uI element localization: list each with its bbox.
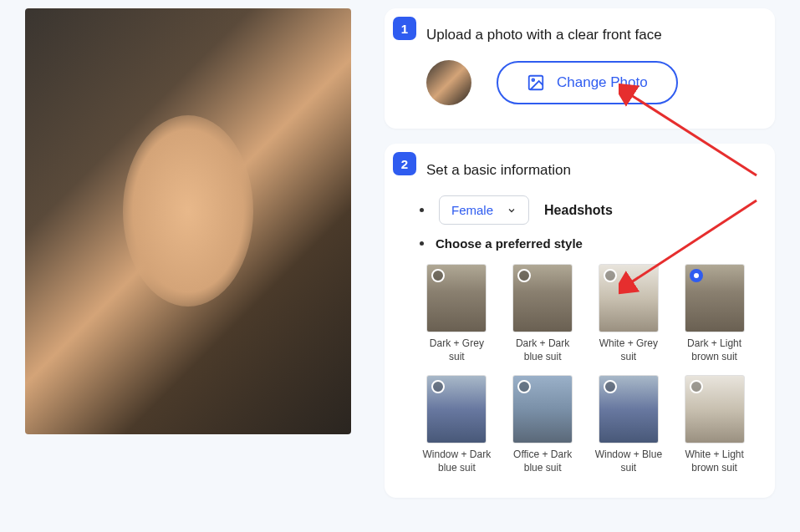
style-option-4[interactable]: Window + Dark blue suit (420, 375, 494, 474)
style-option-0[interactable]: Dark + Grey suit (420, 264, 494, 363)
style-prompt-label: Choose a preferred style (436, 236, 583, 251)
bullet-icon (420, 241, 424, 246)
image-icon (527, 73, 545, 92)
radio-indicator (690, 380, 703, 393)
style-caption: Dark + Light brown suit (679, 337, 750, 363)
radio-indicator (604, 380, 617, 393)
style-caption: Dark + Dark blue suit (507, 337, 578, 363)
style-caption: Window + Dark blue suit (421, 448, 492, 474)
style-option-7[interactable]: White + Light brown suit (677, 375, 752, 474)
step-2-badge: 2 (393, 152, 416, 175)
svg-point-1 (532, 79, 534, 81)
step-1-card: 1 Upload a photo with a clear front face… (385, 8, 775, 129)
gender-selected-value: Female (451, 203, 493, 217)
style-thumbnail (685, 264, 745, 332)
style-option-1[interactable]: Dark + Dark blue suit (506, 264, 580, 363)
style-thumbnail (599, 264, 659, 332)
radio-indicator (604, 269, 617, 282)
step-2-title: Set a basic information (420, 162, 752, 179)
gender-select[interactable]: Female (439, 195, 529, 225)
bullet-icon (420, 208, 424, 212)
style-caption: White + Light brown suit (679, 448, 750, 474)
style-thumbnail (512, 264, 573, 332)
style-thumbnail (685, 375, 745, 443)
style-option-5[interactable]: Office + Dark blue suit (506, 375, 580, 474)
style-thumbnail (426, 264, 487, 332)
style-caption: White + Grey suit (593, 337, 664, 363)
change-photo-button[interactable]: Change Photo (497, 61, 678, 104)
style-thumbnail (426, 375, 487, 443)
photo-thumbnail (426, 60, 471, 105)
style-caption: Dark + Grey suit (421, 337, 492, 363)
headshots-label: Headshots (544, 203, 613, 218)
style-option-6[interactable]: Window + Blue suit (592, 375, 666, 474)
uploaded-photo-preview (25, 8, 351, 434)
style-option-3[interactable]: Dark + Light brown suit (677, 264, 752, 363)
radio-indicator (517, 269, 531, 282)
step-2-card: 2 Set a basic information Female Headsho… (385, 144, 775, 498)
style-thumbnail (512, 375, 573, 443)
style-option-2[interactable]: White + Grey suit (592, 264, 666, 363)
style-caption: Window + Blue suit (593, 448, 664, 474)
style-caption: Office + Dark blue suit (507, 448, 578, 474)
radio-indicator (517, 380, 531, 393)
style-thumbnail (599, 375, 659, 443)
chevron-down-icon (507, 205, 517, 215)
radio-indicator (431, 269, 445, 282)
change-photo-label: Change Photo (557, 74, 648, 91)
radio-indicator (431, 380, 445, 393)
step-1-badge: 1 (393, 17, 416, 40)
step-1-title: Upload a photo with a clear front face (420, 27, 752, 43)
radio-indicator (690, 269, 703, 282)
